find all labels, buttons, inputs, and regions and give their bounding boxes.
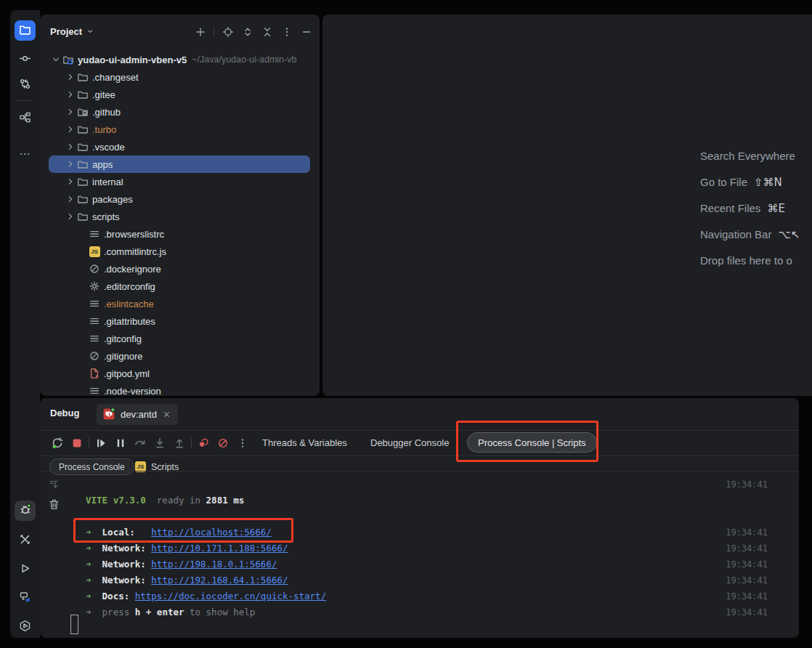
console-text-segment: 2881 ms (206, 495, 245, 506)
run-tool-button[interactable] (15, 559, 36, 580)
chevron-right-icon[interactable] (65, 142, 76, 152)
console-text-segment (92, 591, 102, 602)
tree-item-gitpod-yml[interactable]: .gitpod.yml (40, 365, 320, 382)
subtab-process-console[interactable]: Process Console (49, 458, 134, 475)
console-text-segment: to show help (184, 607, 255, 617)
annotation-box-process-console-scripts (456, 421, 598, 462)
console-link[interactable]: http://10.171.1.188:5666/ (151, 543, 288, 554)
tree-item-eslintcache[interactable]: .eslintcache (40, 295, 320, 312)
step-into-icon[interactable] (152, 435, 168, 451)
console-timestamp: 19:34:41 (726, 588, 768, 604)
debug-tool-button[interactable] (15, 501, 36, 521)
step-over-icon[interactable] (132, 435, 148, 451)
hide-icon[interactable] (300, 25, 312, 38)
chevron-down-icon[interactable] (50, 54, 62, 65)
services-tool-button[interactable] (15, 617, 36, 637)
chevron-right-icon[interactable] (65, 107, 76, 117)
ignore-file-icon (88, 350, 101, 362)
tree-item-vscode[interactable]: .vscode (40, 138, 320, 155)
commit-tool-button[interactable] (15, 49, 36, 70)
tree-item-gitconfig[interactable]: .gitconfig (40, 330, 320, 347)
chevron-right-icon[interactable] (65, 124, 76, 134)
debug-session-tab[interactable]: dev:antd (97, 404, 178, 425)
chevron-down-icon[interactable] (86, 27, 94, 36)
kebab-icon[interactable] (235, 435, 251, 451)
annotation-box-local-url (73, 518, 293, 543)
structure-tool-button[interactable] (15, 108, 36, 129)
more-tool-windows-button[interactable]: ⋯ (15, 144, 36, 164)
tree-item-editorconfig[interactable]: .editorconfig (40, 278, 320, 295)
tree-item-github[interactable]: .github (40, 103, 320, 121)
tree-item-gitee[interactable]: .gitee (40, 86, 320, 103)
console-text-segment: ➜ (86, 559, 92, 570)
tree-item-gitignore[interactable]: .gitignore (40, 347, 320, 365)
folder-icon (76, 141, 89, 153)
hint-go-to-file: Go to File⇧⌘N (700, 169, 802, 195)
mute-breakpoints-icon[interactable] (215, 435, 231, 451)
chevron-right-icon[interactable] (65, 177, 76, 187)
console-link[interactable]: https://doc.iocoder.cn/quick-start/ (135, 591, 326, 602)
text-file-icon (88, 333, 101, 344)
project-tool-button[interactable] (15, 20, 36, 41)
folder-icon (76, 193, 89, 205)
toolbar-divider (214, 26, 214, 37)
view-breakpoints-icon[interactable] (195, 435, 211, 451)
structure-icon (19, 111, 31, 126)
tree-item-changeset[interactable]: .changeset (40, 68, 320, 86)
console-text-segment (129, 591, 135, 602)
github-folder-icon (76, 106, 89, 118)
folder-icon (76, 89, 89, 100)
gear-file-icon (88, 280, 101, 292)
remote-dev-tool-button[interactable] (15, 588, 36, 608)
console-text-segment: h + enter (135, 607, 184, 617)
tree-item-packages[interactable]: packages (40, 190, 320, 208)
services-icon (19, 620, 31, 635)
pull-requests-tool-button[interactable] (15, 75, 36, 95)
chevron-right-icon[interactable] (65, 194, 76, 204)
editor-area: Search Everywhere Go to File⇧⌘N Recent F… (322, 15, 812, 396)
chevron-right-icon[interactable] (65, 72, 76, 82)
root-project-path: ~/Java/yudao-ui-admin-vb (192, 54, 296, 65)
close-icon[interactable] (162, 410, 171, 419)
tree-item-scripts[interactable]: scripts (40, 208, 320, 225)
chevron-right-icon[interactable] (65, 159, 76, 169)
console-link[interactable]: http://192.168.64.1:5666/ (151, 575, 288, 586)
rerun-icon[interactable] (49, 435, 65, 451)
tree-item-internal[interactable]: internal (40, 173, 320, 190)
tree-item-node-version[interactable]: .node-version (40, 382, 320, 396)
text-file-icon (88, 228, 101, 240)
tree-item-turbo[interactable]: .turbo (40, 121, 320, 138)
collapse-all-icon[interactable] (261, 25, 273, 38)
folder-icon (76, 176, 89, 187)
tab-debugger-console[interactable]: Debugger Console (370, 430, 449, 455)
plus-icon[interactable] (194, 25, 206, 38)
separator (40, 471, 799, 471)
console-text-segment (92, 575, 102, 586)
tools-tool-button[interactable] (15, 530, 36, 551)
tree-item-browserslistrc[interactable]: .browserslistrc (40, 225, 320, 243)
kebab-icon[interactable] (280, 25, 293, 38)
step-out-icon[interactable] (171, 435, 187, 451)
console-text-segment: ready in (146, 495, 206, 506)
tree-item-root[interactable]: yudao-ui-admin-vben-v5~/Java/yudao-ui-ad… (40, 51, 320, 68)
expand-all-icon[interactable] (241, 25, 253, 38)
tree-item-gitattributes[interactable]: .gitattributes (40, 312, 320, 330)
tree-item-dockerignore[interactable]: .dockerignore (40, 260, 320, 278)
project-panel-title[interactable]: Project (50, 26, 82, 37)
tools-icon (19, 533, 31, 548)
pause-icon[interactable] (113, 435, 129, 451)
project-file-tree: yudao-ui-admin-vben-v5~/Java/yudao-ui-ad… (40, 51, 320, 396)
console-link[interactable]: http://198.18.0.1:5666/ (151, 559, 277, 570)
tab-threads-variables[interactable]: Threads & Variables (262, 430, 347, 455)
folder-icon (76, 71, 89, 83)
stop-icon[interactable] (69, 435, 85, 451)
chevron-right-icon[interactable] (65, 211, 76, 222)
locate-icon[interactable] (222, 25, 234, 38)
chevron-right-icon[interactable] (65, 89, 76, 100)
resume-icon[interactable] (93, 435, 109, 451)
console-text-segment: press (102, 607, 135, 617)
subtab-scripts[interactable]: JS Scripts (135, 459, 179, 474)
editor-shortcut-hints: Search Everywhere Go to File⇧⌘N Recent F… (700, 143, 802, 274)
tree-item-apps[interactable]: apps (40, 155, 320, 173)
tree-item-commitlintrc-js[interactable]: JS.commitlintrc.js (40, 243, 320, 260)
